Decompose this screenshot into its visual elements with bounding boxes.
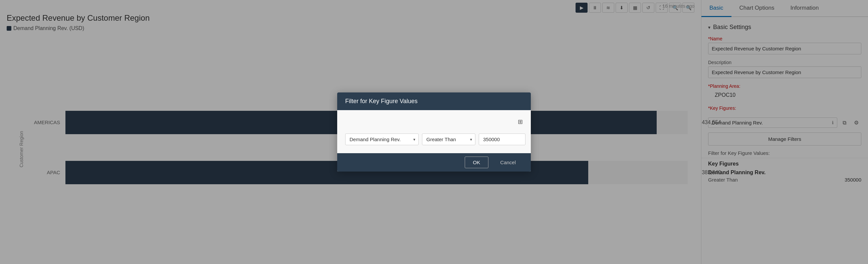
modal-select2-wrap: Greater Than ▾ (422, 133, 475, 145)
modal-ok-button[interactable]: OK (465, 157, 489, 168)
modal-grid-icon[interactable]: ⊞ (518, 118, 523, 126)
modal-condition-select[interactable]: Greater Than (422, 133, 475, 145)
modal-overlay: Filter for Key Figure Values ⊞ Demand Pl… (0, 0, 868, 264)
modal-filter-row: Demand Planning Rev. ▾ Greater Than ▾ ✕ (345, 133, 523, 145)
modal-value-input[interactable] (479, 133, 525, 145)
modal-remove-button[interactable]: ✕ (529, 134, 531, 144)
modal-body: ⊞ Demand Planning Rev. ▾ Greater Than ▾ … (337, 110, 531, 153)
modal-cancel-button[interactable]: Cancel (492, 157, 524, 168)
modal-select1-wrap: Demand Planning Rev. ▾ (345, 133, 418, 145)
modal-title: Filter for Key Figure Values (345, 98, 417, 104)
modal-key-figure-select[interactable]: Demand Planning Rev. (345, 133, 418, 145)
modal-footer: OK Cancel (337, 153, 531, 171)
modal-dialog: Filter for Key Figure Values ⊞ Demand Pl… (337, 93, 531, 171)
modal-header: Filter for Key Figure Values (337, 93, 531, 110)
